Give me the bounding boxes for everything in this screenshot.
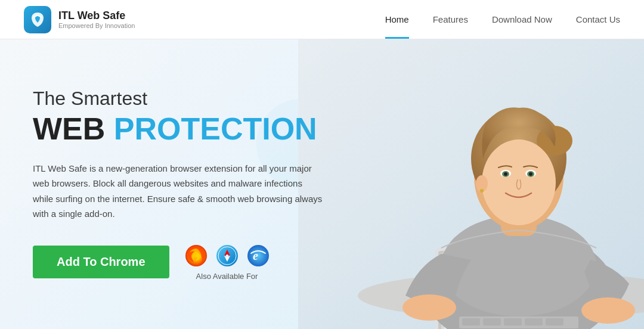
nav-item-features[interactable]: Features: [433, 0, 468, 39]
headline-blue: PROTECTION: [114, 111, 317, 146]
svg-rect-27: [504, 318, 522, 325]
logo-subtitle: Empowered By Innovation: [58, 22, 135, 29]
hero-headline: WEB PROTECTION: [33, 112, 325, 146]
cta-row: Add To Chrome: [33, 243, 325, 281]
hero-section: The Smartest WEB PROTECTION ITL Web Safe…: [0, 39, 644, 329]
svg-point-19: [529, 172, 532, 176]
headline-black: WEB: [33, 111, 114, 146]
nav-item-home[interactable]: Home: [385, 0, 409, 39]
hero-tagline: The Smartest: [33, 88, 325, 110]
ie-icon: e: [246, 243, 271, 268]
logo-area: ITL Web Safe Empowered By Innovation: [24, 6, 135, 33]
svg-point-23: [581, 297, 635, 324]
safari-icon: [215, 243, 240, 268]
logo-text-block: ITL Web Safe Empowered By Innovation: [58, 10, 135, 29]
header: ITL Web Safe Empowered By Innovation Hom…: [0, 0, 644, 39]
svg-point-35: [226, 254, 228, 257]
hero-image: [298, 39, 644, 329]
firefox-icon: [184, 243, 209, 268]
svg-point-36: [247, 245, 269, 266]
also-available-label: Also Available For: [196, 272, 258, 281]
hero-description: ITL Web Safe is a new-generation browser…: [33, 161, 325, 222]
svg-point-21: [480, 189, 484, 193]
svg-point-22: [402, 294, 456, 321]
svg-rect-25: [462, 318, 480, 325]
logo-title: ITL Web Safe: [58, 10, 135, 22]
svg-rect-29: [546, 318, 564, 325]
svg-rect-28: [525, 318, 543, 325]
svg-rect-26: [483, 318, 501, 325]
nav-item-download[interactable]: Download Now: [492, 0, 552, 39]
nav-item-contact[interactable]: Contact Us: [576, 0, 620, 39]
svg-point-16: [504, 172, 507, 176]
svg-point-13: [482, 139, 556, 225]
add-to-chrome-button[interactable]: Add To Chrome: [33, 246, 169, 278]
browser-icons-group: e Also Available For: [184, 243, 271, 281]
browser-icons-row: e: [184, 243, 271, 268]
logo-icon: [24, 6, 51, 33]
hero-content: The Smartest WEB PROTECTION ITL Web Safe…: [0, 88, 325, 280]
main-nav: Home Features Download Now Contact Us: [385, 0, 620, 39]
